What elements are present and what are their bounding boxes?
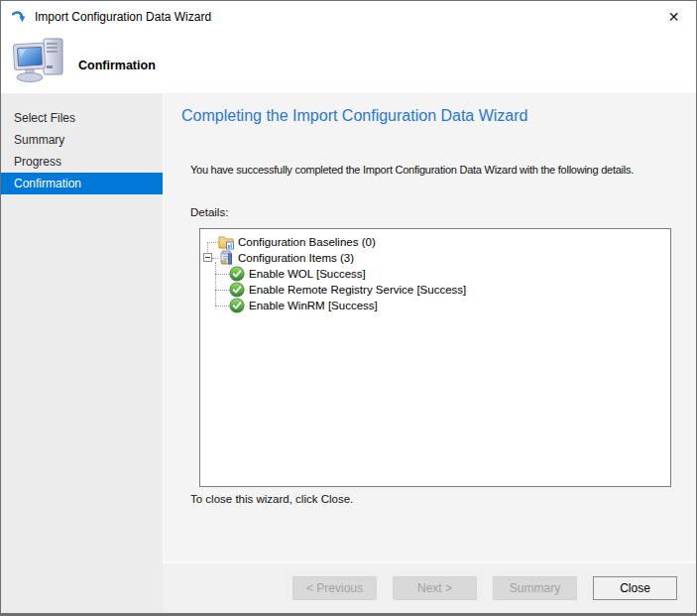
folder-icon <box>218 234 234 250</box>
window-title: Import Configuration Data Wizard <box>35 1 211 33</box>
package-icon <box>218 250 234 266</box>
tree-row-label: Enable WOL [Success] <box>249 267 366 282</box>
tree-row-label: Enable Remote Registry Service [Success] <box>249 283 466 298</box>
close-button[interactable]: Close <box>593 576 677 600</box>
tree-row-items[interactable]: Configuration Items (3) <box>200 250 668 266</box>
wizard-window: Import Configuration Data Wizard ✕ <box>0 0 697 616</box>
tree-row-enable-winrm[interactable]: Enable WinRM [Success] <box>200 298 668 313</box>
close-hint-text: To close this wizard, click Close. <box>190 493 353 505</box>
details-tree[interactable]: Configuration Baselines (0) Configuratio… <box>199 228 671 487</box>
close-icon: ✕ <box>668 9 680 25</box>
next-button: Next > <box>393 576 477 600</box>
wizard-header: Confirmation <box>1 33 696 93</box>
success-check-icon <box>229 266 245 282</box>
success-check-icon <box>229 282 245 298</box>
previous-button: < Previous <box>292 576 377 600</box>
success-check-icon <box>229 298 245 313</box>
title-bar: Import Configuration Data Wizard ✕ <box>1 1 696 33</box>
wizard-steps-sidebar: Select Files Summary Progress Confirmati… <box>1 93 163 613</box>
header-step-title: Confirmation <box>78 59 156 72</box>
tree-row-baselines[interactable]: Configuration Baselines (0) <box>200 234 668 250</box>
details-label: Details: <box>190 206 228 218</box>
page-title: Completing the Import Configuration Data… <box>181 107 528 125</box>
summary-button: Summary <box>493 576 577 600</box>
step-progress: Progress <box>1 151 163 173</box>
tree-row-enable-wol[interactable]: Enable WOL [Success] <box>200 266 668 282</box>
tree-row-enable-remote-registry[interactable]: Enable Remote Registry Service [Success] <box>200 282 668 298</box>
computer-icon <box>13 37 66 84</box>
footer-button-bar: < Previous Next > Summary Close <box>163 563 696 613</box>
tree-row-label: Enable WinRM [Success] <box>249 299 378 313</box>
content-panel: Completing the Import Configuration Data… <box>163 93 696 561</box>
step-summary: Summary <box>1 129 163 151</box>
tree-row-label: Configuration Baselines (0) <box>238 235 376 250</box>
completion-message: You have successfully completed the Impo… <box>190 164 634 176</box>
tree-row-label: Configuration Items (3) <box>238 251 354 266</box>
import-arrow-icon <box>11 9 27 25</box>
step-confirmation-active: Confirmation <box>1 173 163 194</box>
close-window-button[interactable]: ✕ <box>651 1 696 32</box>
step-select-files: Select Files <box>1 107 163 129</box>
